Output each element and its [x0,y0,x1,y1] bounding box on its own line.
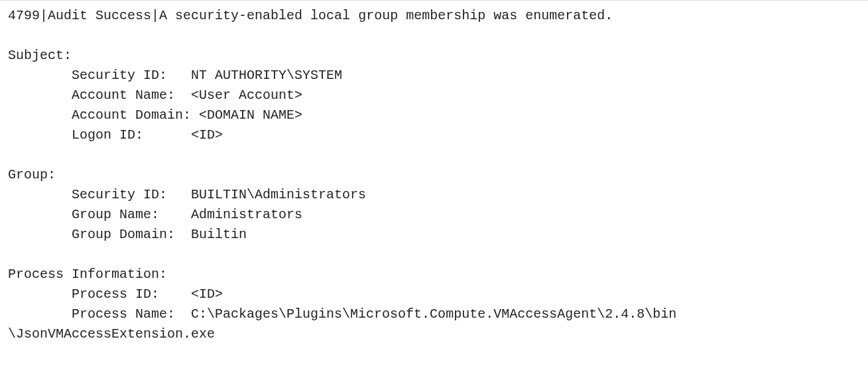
event-message: A security-enabled local group membershi… [159,8,613,23]
subject-account-name-value: <User Account> [191,88,302,103]
group-security-id-value: BUILTIN\Administrators [191,187,366,202]
process-name-value: C:\Packages\Plugins\Microsoft.Compute.VM… [191,306,676,322]
subject-heading: Subject: [8,48,72,63]
group-domain-value: Builtin [191,227,247,242]
process-name-value-cont: \JsonVMAccessExtension.exe [8,326,215,342]
pipe-separator: | [40,8,48,23]
process-id-value: <ID> [191,287,223,302]
process-heading: Process Information: [8,267,167,282]
subject-security-id-label: Security ID: [72,68,167,83]
event-id: 4799 [8,8,40,23]
subject-logon-id-label: Logon ID: [72,127,143,143]
group-domain-label: Group Domain: [72,227,175,242]
subject-security-id-value: NT AUTHORITY\SYSTEM [191,68,342,83]
pipe-separator: | [151,8,159,23]
group-name-label: Group Name: [72,207,159,222]
event-keyword: Audit Success [48,8,151,23]
process-name-label: Process Name: [72,306,175,322]
group-security-id-label: Security ID: [72,187,167,202]
event-header: 4799|Audit Success|A security-enabled lo… [8,8,613,23]
subject-account-domain-value: <DOMAIN NAME> [199,107,302,123]
group-heading: Group: [8,167,56,182]
group-name-value: Administrators [191,207,302,222]
subject-account-domain-label: Account Domain: [72,107,199,123]
subject-account-name-label: Account Name: [72,88,175,103]
process-id-label: Process ID: [72,287,159,302]
subject-logon-id-value: <ID> [191,127,223,143]
